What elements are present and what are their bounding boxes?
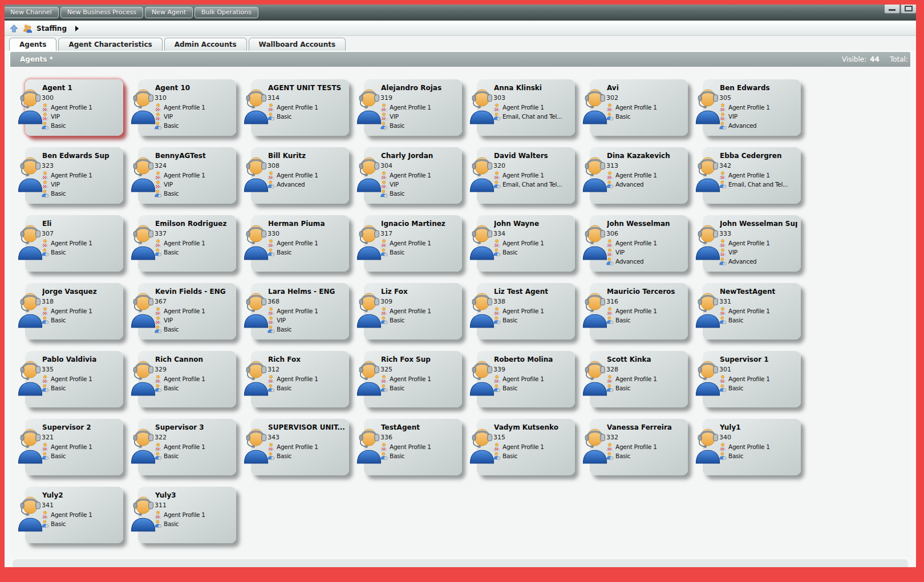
tab-agents[interactable]: Agents bbox=[9, 38, 56, 51]
agent-card[interactable]: Dina Kazakevich 313 Agent Profile 1 Adva… bbox=[590, 147, 688, 204]
agent-attribute-label: Basic bbox=[390, 452, 404, 459]
agent-card[interactable]: John Wesselman 306 Agent Profile 1 VIP bbox=[590, 215, 688, 272]
new-business-process-button[interactable]: New Business Process bbox=[60, 7, 143, 18]
agent-attribute-row: Agent Profile 1 bbox=[719, 239, 797, 248]
agent-attribute-label: Agent Profile 1 bbox=[615, 240, 657, 246]
agent-card[interactable]: Rich Fox 312 Agent Profile 1 Basic bbox=[251, 351, 349, 407]
agent-attribute-label: Agent Profile 1 bbox=[390, 443, 431, 450]
agent-name: Kevin Fields - ENG bbox=[155, 288, 233, 296]
agent-card[interactable]: John Wesselman Sup 333 Agent Profile 1 V… bbox=[703, 215, 801, 272]
agent-attributes: Agent Profile 1 Basic bbox=[380, 442, 459, 460]
agent-attributes: Agent Profile 1 VIP Basic bbox=[380, 103, 459, 130]
tab-admin-accounts[interactable]: Admin Accounts bbox=[164, 38, 247, 51]
agent-card[interactable]: Supervisor 1 301 Agent Profile 1 Basic bbox=[703, 351, 801, 407]
agent-attribute-label: Agent Profile 1 bbox=[51, 375, 92, 382]
breadcrumb-label[interactable]: Staffing bbox=[37, 25, 67, 33]
agent-card[interactable]: Alejandro Rojas 319 Agent Profile 1 VIP bbox=[364, 79, 462, 136]
agent-card[interactable]: Emilson Rodriguez 337 Agent Profile 1 Ba… bbox=[138, 215, 236, 272]
agent-card[interactable]: Liz Fox 309 Agent Profile 1 Basic bbox=[364, 283, 462, 340]
agent-attribute-label: Agent Profile 1 bbox=[164, 308, 205, 314]
agent-card[interactable]: Pablo Valdivia 335 Agent Profile 1 Basic bbox=[25, 351, 123, 407]
agent-attribute-label: Basic bbox=[390, 385, 404, 391]
agent-attribute-label: Email, Chat and Tel... bbox=[728, 181, 788, 188]
agent-attribute-row: Basic bbox=[719, 451, 797, 460]
agent-card[interactable]: Roberto Molina 339 Agent Profile 1 Basic bbox=[477, 351, 575, 407]
agent-card[interactable]: Supervisor 3 322 Agent Profile 1 Basic bbox=[138, 419, 236, 475]
agent-extension: 319 bbox=[380, 94, 459, 102]
agent-attributes: Agent Profile 1 VIP Basic bbox=[154, 171, 233, 198]
agent-extension: 311 bbox=[155, 502, 233, 509]
maximize-icon[interactable] bbox=[901, 5, 916, 14]
agent-attribute-label: Basic bbox=[51, 317, 66, 324]
agent-card[interactable]: Kevin Fields - ENG 367 Agent Profile 1 V… bbox=[138, 283, 236, 340]
app-window: New ChannelNew Business ProcessNew Agent… bbox=[5, 5, 916, 567]
agent-attributes: Agent Profile 1 Basic bbox=[493, 374, 572, 393]
panel-counters: Visible: 44 Total: bbox=[842, 55, 908, 63]
agent-extension: 313 bbox=[606, 162, 684, 169]
agent-card[interactable]: Mauricio Terceros 316 Agent Profile 1 Ba… bbox=[590, 283, 688, 340]
agent-card[interactable]: Liz Test Agent 338 Agent Profile 1 Basic bbox=[477, 283, 575, 340]
agent-card[interactable]: Scott Kinka 328 Agent Profile 1 Basic bbox=[590, 351, 688, 407]
agent-card[interactable]: Ben Edwards 305 Agent Profile 1 VIP bbox=[703, 79, 801, 136]
agent-card[interactable]: BennyAGTest 324 Agent Profile 1 VIP bbox=[138, 147, 236, 204]
navigate-up-icon[interactable] bbox=[9, 24, 19, 33]
agent-card[interactable]: SUPERVISOR UNIT... 343 Agent Profile 1 B… bbox=[251, 419, 349, 475]
agent-card[interactable]: David Walters 320 Agent Profile 1 Email,… bbox=[477, 147, 575, 204]
agent-card[interactable]: Anna Klinski 303 Agent Profile 1 Email, … bbox=[477, 79, 575, 136]
agent-attribute-label: Agent Profile 1 bbox=[164, 511, 205, 518]
agent-attribute-row: Basic bbox=[267, 325, 346, 334]
agent-name: Charly Jordan bbox=[381, 152, 459, 160]
new-agent-button[interactable]: New Agent bbox=[145, 7, 193, 18]
agent-attributes: Agent Profile 1 Basic bbox=[493, 239, 572, 257]
agent-card[interactable]: Herman Piuma 330 Agent Profile 1 Basic bbox=[251, 215, 349, 272]
agent-extension: 337 bbox=[155, 230, 233, 237]
agent-card[interactable]: Ignacio Martinez 317 Agent Profile 1 Bas… bbox=[364, 215, 462, 272]
agent-card[interactable]: Ben Edwards Sup 323 Agent Profile 1 VIP bbox=[25, 147, 123, 204]
agent-card[interactable]: Rich Cannon 329 Agent Profile 1 Basic bbox=[138, 351, 236, 407]
agent-attribute-row: Email, Chat and Tel... bbox=[493, 112, 572, 121]
agent-attributes: Agent Profile 1 VIP Basic bbox=[41, 103, 120, 130]
agent-attribute-row: Agent Profile 1 bbox=[493, 103, 572, 112]
agent-card[interactable]: Yuly1 340 Agent Profile 1 Basic bbox=[703, 419, 801, 475]
tab-agent-characteristics[interactable]: Agent Characteristics bbox=[58, 38, 162, 51]
agent-card[interactable]: AGENT UNIT TESTS 314 Agent Profile 1 Bas… bbox=[251, 79, 349, 136]
agent-card[interactable]: Charly Jordan 304 Agent Profile 1 VIP bbox=[364, 147, 462, 204]
agent-card[interactable]: Yuly2 341 Agent Profile 1 Basic bbox=[25, 487, 123, 543]
agent-attribute-label: Agent Profile 1 bbox=[615, 172, 657, 179]
agent-name: Liz Fox bbox=[381, 288, 459, 296]
agent-card[interactable]: Supervisor 2 321 Agent Profile 1 Basic bbox=[25, 419, 123, 475]
agent-card[interactable]: Rich Fox Sup 325 Agent Profile 1 Basic bbox=[364, 351, 462, 407]
tab-wallboard-accounts[interactable]: Wallboard Accounts bbox=[249, 38, 346, 51]
agent-attribute-row: Basic bbox=[380, 316, 459, 325]
agent-attributes: Agent Profile 1 Basic bbox=[267, 374, 346, 393]
new-channel-button[interactable]: New Channel bbox=[5, 7, 59, 18]
bulk-operations-button[interactable]: Bulk Operations bbox=[194, 7, 258, 18]
agent-extension: 341 bbox=[42, 502, 120, 509]
agent-attributes: Agent Profile 1 Basic bbox=[41, 442, 120, 460]
agent-extension: 336 bbox=[380, 434, 459, 441]
agent-attribute-row: Agent Profile 1 bbox=[493, 442, 572, 451]
agent-card[interactable]: Vanessa Ferreira 332 Agent Profile 1 Bas… bbox=[590, 419, 688, 475]
agent-card[interactable]: John Wayne 334 Agent Profile 1 Basic bbox=[477, 215, 575, 272]
agent-attribute-label: Advanced bbox=[728, 122, 756, 129]
agent-card[interactable]: Lara Helms - ENG 368 Agent Profile 1 VIP bbox=[251, 283, 349, 340]
agent-card[interactable]: Vadym Kutsenko 315 Agent Profile 1 Basic bbox=[477, 419, 575, 475]
agent-avatar-icon bbox=[241, 154, 271, 193]
agent-card[interactable]: Avi 302 Agent Profile 1 Basic bbox=[590, 79, 688, 136]
agent-attribute-label: Advanced bbox=[615, 258, 643, 265]
staffing-people-icon bbox=[23, 24, 33, 33]
agent-card[interactable]: Agent 10 310 Agent Profile 1 VIP bbox=[138, 79, 236, 136]
agent-card[interactable]: TestAgent 336 Agent Profile 1 Basic bbox=[364, 419, 462, 475]
agent-attribute-row: Basic bbox=[154, 189, 233, 198]
minimize-icon[interactable] bbox=[884, 5, 900, 14]
agent-card[interactable]: Jorge Vasquez 318 Agent Profile 1 Basic bbox=[25, 283, 123, 340]
agent-attribute-label: Basic bbox=[390, 249, 404, 256]
breadcrumb-expand-icon[interactable] bbox=[75, 26, 79, 31]
agent-card[interactable]: Yuly3 311 Agent Profile 1 Basic bbox=[138, 487, 236, 543]
agent-card[interactable]: Bill Kuritz 308 Agent Profile 1 Advanced bbox=[251, 147, 349, 204]
agent-card[interactable]: Ebba Cedergren 342 Agent Profile 1 Email… bbox=[703, 147, 801, 204]
agent-attribute-label: Basic bbox=[615, 385, 630, 391]
agent-card[interactable]: Agent 1 300 Agent Profile 1 VIP bbox=[25, 79, 123, 136]
agent-card[interactable]: NewTestAgent 331 Agent Profile 1 Basic bbox=[703, 283, 801, 340]
agent-card[interactable]: Eli 307 Agent Profile 1 Basic bbox=[25, 215, 123, 272]
